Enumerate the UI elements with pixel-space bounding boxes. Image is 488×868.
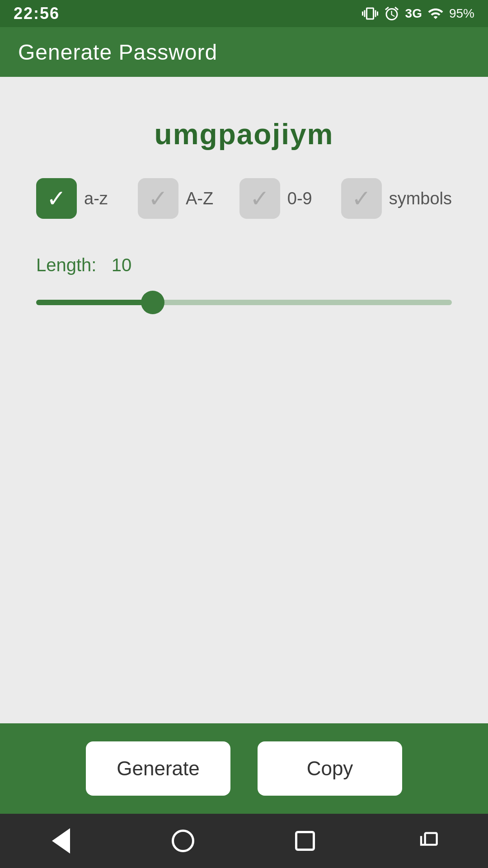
home-nav-button[interactable] <box>165 823 201 859</box>
checkbox-09[interactable]: ✓ 0-9 <box>239 178 328 219</box>
length-label: Length: 10 <box>36 255 452 275</box>
copy-button[interactable]: Copy <box>258 741 402 796</box>
checkmark-az: ✓ <box>47 187 66 210</box>
network-indicator: 3G <box>405 6 422 21</box>
recent-nav-button[interactable] <box>287 823 323 859</box>
rotate-icon <box>415 829 439 853</box>
app-title: Generate Password <box>18 40 217 65</box>
checkmark-AZ: ✓ <box>148 187 168 210</box>
generate-button[interactable]: Generate <box>86 741 230 796</box>
checkbox-09-label: 0-9 <box>287 189 312 208</box>
checkmark-symbols: ✓ <box>352 187 371 210</box>
status-bar: 22:56 3G 95% <box>0 0 488 27</box>
checkbox-09-box[interactable]: ✓ <box>239 178 280 219</box>
checkbox-az[interactable]: ✓ a-z <box>36 178 124 219</box>
app-bar: Generate Password <box>0 27 488 77</box>
alarm-icon <box>384 5 400 22</box>
checkbox-symbols[interactable]: ✓ symbols <box>341 178 452 219</box>
password-display: umgpaojiym <box>155 118 334 151</box>
checkbox-symbols-label: symbols <box>389 189 452 208</box>
length-section: Length: 10 <box>27 255 461 316</box>
checkbox-AZ[interactable]: ✓ A-Z <box>138 178 226 219</box>
checkbox-symbols-box[interactable]: ✓ <box>341 178 382 219</box>
status-icons: 3G 95% <box>362 5 474 22</box>
length-value: 10 <box>112 255 132 275</box>
back-nav-button[interactable] <box>43 823 79 859</box>
battery-text: 95% <box>449 6 474 21</box>
checkbox-AZ-box[interactable]: ✓ <box>138 178 178 219</box>
main-content: umgpaojiym ✓ a-z ✓ A-Z ✓ 0-9 ✓ <box>0 77 488 723</box>
nav-bar <box>0 814 488 868</box>
back-icon <box>52 828 70 854</box>
signal-icon <box>427 5 444 22</box>
password-value: umgpaojiym <box>155 118 334 151</box>
checkbox-az-label: a-z <box>84 189 108 208</box>
status-time: 22:56 <box>14 4 60 23</box>
checkbox-AZ-label: A-Z <box>186 189 213 208</box>
rotate-nav-button[interactable] <box>409 823 445 859</box>
checkbox-az-box[interactable]: ✓ <box>36 178 77 219</box>
checkboxes-row: ✓ a-z ✓ A-Z ✓ 0-9 ✓ symbols <box>27 178 461 219</box>
slider-container <box>36 289 452 316</box>
checkmark-09: ✓ <box>250 187 270 210</box>
bottom-bar: Generate Copy <box>0 723 488 814</box>
recent-icon <box>295 831 315 851</box>
vibrate-icon <box>362 5 378 22</box>
home-icon <box>172 830 194 852</box>
